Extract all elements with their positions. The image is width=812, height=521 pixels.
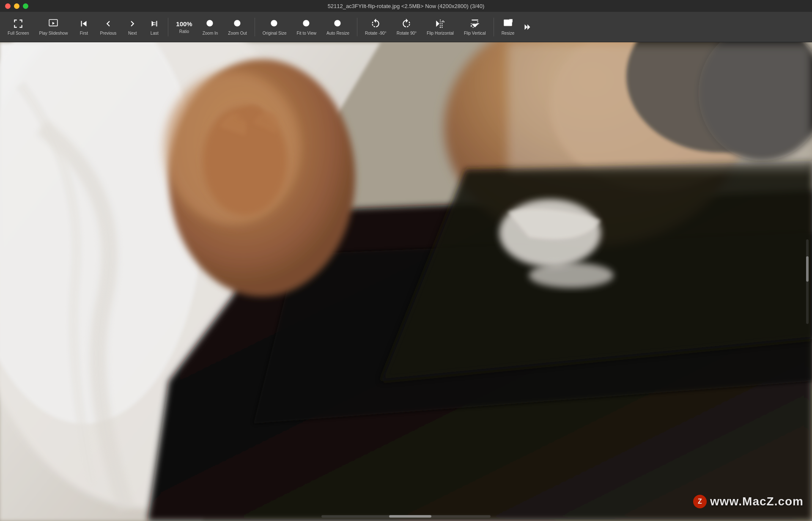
- svg-point-11: [303, 20, 309, 26]
- separator-1: [168, 18, 168, 36]
- svg-rect-32: [0, 42, 812, 521]
- toolbar: Full Screen Play Slideshow First Previou…: [0, 12, 812, 42]
- svg-rect-18: [504, 19, 512, 26]
- resize-button[interactable]: Resize: [497, 14, 519, 40]
- watermark: Z www.MacZ.com: [693, 495, 804, 508]
- traffic-lights: [5, 3, 28, 9]
- svg-line-15: [340, 26, 342, 28]
- last-button[interactable]: Last: [144, 14, 165, 40]
- play-slideshow-button[interactable]: Play Slideshow: [35, 14, 72, 40]
- rotate-90-icon: [401, 18, 412, 29]
- next-label: Next: [128, 31, 137, 36]
- image-area: Z www.MacZ.com: [0, 42, 812, 521]
- resize-icon: [502, 18, 513, 29]
- flip-vertical-icon: [469, 18, 480, 29]
- more-icon: [522, 22, 533, 33]
- flip-horizontal-label: Flip Horizontal: [427, 31, 454, 36]
- fullscreen-label: Full Screen: [8, 31, 29, 36]
- watermark-logo: Z: [693, 495, 707, 508]
- next-button[interactable]: Next: [122, 14, 143, 40]
- original-size-button[interactable]: 1 Original Size: [258, 14, 291, 40]
- zoom-out-button[interactable]: Zoom Out: [224, 14, 251, 40]
- zoom-in-label: Zoom In: [203, 31, 218, 36]
- separator-3: [357, 18, 357, 36]
- close-button[interactable]: [5, 3, 11, 9]
- more-button[interactable]: [520, 14, 535, 40]
- svg-line-7: [239, 26, 241, 28]
- flip-vertical-label: Flip Vertical: [464, 31, 486, 36]
- next-icon: [127, 18, 138, 29]
- zoom-out-label: Zoom Out: [228, 31, 247, 36]
- fit-to-view-label: Fit to View: [297, 31, 317, 36]
- watermark-logo-text: Z: [698, 498, 702, 505]
- rotate-neg90-icon: [370, 18, 381, 29]
- first-label: First: [80, 31, 88, 36]
- photo-svg: [0, 42, 812, 521]
- svg-line-9: [277, 26, 279, 28]
- play-slideshow-label: Play Slideshow: [39, 31, 68, 36]
- rotate-90-button[interactable]: Rotate 90°: [392, 14, 421, 40]
- minimize-button[interactable]: [14, 3, 19, 9]
- title-bar: 52112_ac3FYIlt-flip-rotate.jpg <2.5MB> N…: [0, 0, 812, 12]
- svg-text:1: 1: [273, 21, 275, 25]
- svg-point-1: [206, 20, 213, 26]
- vertical-scrollbar-thumb[interactable]: [806, 256, 809, 282]
- first-button[interactable]: First: [74, 14, 94, 40]
- zoom-out-icon: [232, 18, 243, 29]
- resize-label: Resize: [502, 31, 515, 36]
- ratio-value: 100%: [176, 20, 192, 27]
- fullscreen-icon: [13, 18, 24, 29]
- first-icon: [78, 18, 89, 29]
- flip-horizontal-icon: [435, 18, 446, 29]
- ratio-label: Ratio: [179, 29, 189, 34]
- rotate-neg90-label: Rotate -90°: [365, 31, 387, 36]
- svg-line-12: [309, 26, 311, 28]
- image-canvas: Z www.MacZ.com: [0, 42, 812, 521]
- auto-resize-button[interactable]: Auto Resize: [322, 14, 354, 40]
- auto-resize-icon: [332, 18, 343, 29]
- vertical-scrollbar[interactable]: [806, 239, 809, 324]
- watermark-url: www.MacZ.com: [710, 495, 804, 508]
- zoom-in-icon: [205, 18, 216, 29]
- separator-4: [494, 18, 494, 36]
- original-size-icon: 1: [269, 18, 280, 29]
- window-title: 52112_ac3FYIlt-flip-rotate.jpg <2.5MB> N…: [328, 3, 485, 9]
- fit-to-view-icon: [301, 18, 312, 29]
- play-icon: [48, 18, 59, 29]
- flip-vertical-button[interactable]: Flip Vertical: [460, 14, 490, 40]
- last-icon: [149, 18, 160, 29]
- separator-2: [255, 18, 255, 36]
- horizontal-scrollbar-thumb[interactable]: [389, 515, 431, 518]
- rotate-neg90-button[interactable]: Rotate -90°: [361, 14, 391, 40]
- previous-label: Previous: [100, 31, 116, 36]
- svg-point-5: [234, 20, 240, 26]
- fullscreen-button[interactable]: Full Screen: [3, 14, 33, 40]
- svg-line-4: [212, 26, 214, 28]
- flip-horizontal-button[interactable]: Flip Horizontal: [422, 14, 458, 40]
- maximize-button[interactable]: [23, 3, 28, 9]
- horizontal-scrollbar[interactable]: [321, 515, 491, 518]
- ratio-display: 100% Ratio: [172, 14, 196, 40]
- zoom-in-button[interactable]: Zoom In: [198, 14, 222, 40]
- rotate-90-label: Rotate 90°: [397, 31, 417, 36]
- auto-resize-label: Auto Resize: [326, 31, 349, 36]
- last-label: Last: [151, 31, 159, 36]
- previous-button[interactable]: Previous: [96, 14, 121, 40]
- original-size-label: Original Size: [263, 31, 287, 36]
- fit-to-view-button[interactable]: Fit to View: [293, 14, 321, 40]
- previous-icon: [103, 18, 114, 29]
